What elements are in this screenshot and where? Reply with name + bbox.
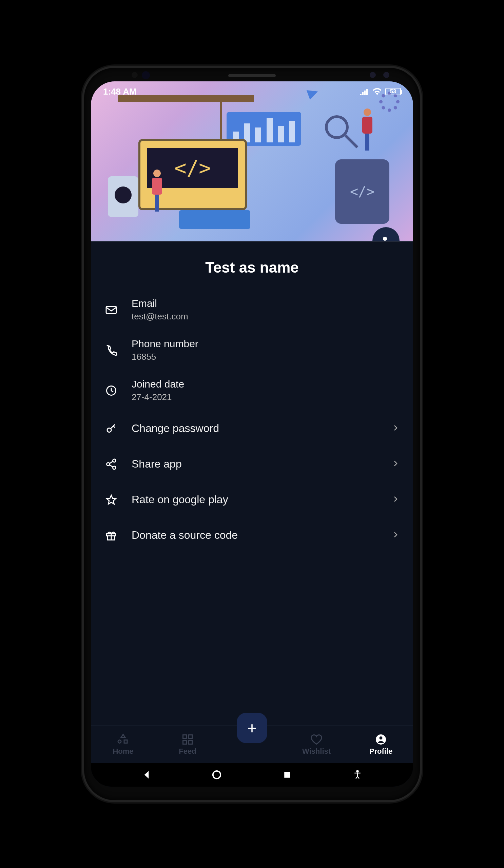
share-app-row[interactable]: Share app: [101, 446, 403, 482]
status-time: 1:48 AM: [103, 86, 137, 97]
email-label: Email: [132, 298, 400, 309]
shapes-icon: [117, 733, 129, 746]
chevron-right-icon: [391, 424, 400, 433]
rate-label: Rate on google play: [132, 493, 378, 506]
svg-point-14: [213, 771, 221, 779]
svg-point-4: [113, 459, 116, 462]
phone-icon: [104, 344, 118, 356]
nav-feed-label: Feed: [179, 747, 196, 756]
joined-row: Joined date 27-4-2021: [101, 370, 403, 411]
nav-home[interactable]: Home: [91, 733, 155, 756]
add-button[interactable]: +: [237, 713, 267, 743]
nav-wishlist-label: Wishlist: [302, 747, 331, 756]
star-icon: [104, 494, 118, 506]
mail-icon: [104, 304, 118, 316]
profile-header-illustration: </> </>: [91, 81, 413, 241]
svg-point-5: [113, 466, 116, 469]
joined-value: 27-4-2021: [132, 392, 400, 402]
screen: 1:48 AM 53 </> </>: [91, 81, 413, 787]
phone-device-frame: 1:48 AM 53 </> </>: [84, 68, 420, 800]
recents-icon[interactable]: [282, 770, 292, 780]
sensor-dot: [142, 71, 150, 79]
chevron-right-icon: [391, 531, 400, 540]
profile-name: Test as name: [101, 259, 403, 276]
nav-profile-label: Profile: [369, 747, 392, 756]
share-app-label: Share app: [132, 458, 378, 470]
joined-label: Joined date: [132, 379, 400, 390]
status-bar: 1:48 AM 53: [91, 81, 413, 102]
signal-icon: [360, 88, 369, 95]
svg-point-13: [380, 736, 383, 740]
svg-point-16: [357, 771, 359, 772]
share-icon: [104, 458, 118, 470]
svg-rect-0: [106, 306, 116, 313]
phone-value: 16855: [132, 352, 400, 362]
chevron-right-icon: [391, 495, 400, 505]
key-icon: [104, 423, 118, 435]
svg-rect-9: [188, 735, 192, 739]
home-circle-icon[interactable]: [212, 770, 222, 780]
email-row: Email test@test.com: [101, 290, 403, 330]
nav-wishlist[interactable]: Wishlist: [284, 733, 349, 756]
grid-icon: [182, 733, 194, 746]
change-password-row[interactable]: Change password: [101, 411, 403, 446]
donate-label: Donate a source code: [132, 529, 378, 541]
person-edit-icon: [380, 235, 392, 241]
battery-icon: 53: [385, 88, 401, 95]
email-value: test@test.com: [132, 311, 400, 322]
edit-profile-button[interactable]: [372, 227, 400, 241]
profile-content: Test as name Email test@test.com Phone n…: [91, 242, 413, 726]
svg-rect-15: [284, 772, 290, 778]
svg-point-2: [107, 428, 111, 432]
chevron-right-icon: [391, 459, 400, 469]
wifi-icon: [372, 88, 382, 95]
status-right: 53: [360, 88, 401, 95]
phone-label: Phone number: [132, 338, 400, 350]
svg-rect-11: [188, 741, 192, 744]
donate-row[interactable]: Donate a source code: [101, 517, 403, 553]
gift-icon: [104, 529, 118, 541]
back-icon[interactable]: [142, 770, 152, 780]
nav-profile[interactable]: Profile: [349, 733, 413, 756]
plus-icon: +: [247, 719, 257, 737]
bottom-nav: Home Feed + Wishlist Profile: [91, 726, 413, 763]
nav-home-label: Home: [113, 747, 133, 756]
svg-rect-8: [183, 735, 187, 739]
heart-icon: [310, 733, 322, 746]
person-circle-icon: [375, 733, 387, 746]
rate-row[interactable]: Rate on google play: [101, 482, 403, 517]
sensor-dot: [132, 72, 138, 78]
phone-row: Phone number 16855: [101, 330, 403, 370]
svg-rect-10: [183, 741, 187, 744]
speaker-notch: [228, 74, 276, 77]
accessibility-icon[interactable]: [352, 770, 362, 780]
change-password-label: Change password: [132, 422, 378, 435]
nav-feed[interactable]: Feed: [155, 733, 220, 756]
camera-dot: [383, 72, 389, 78]
camera-dot: [370, 72, 376, 78]
svg-point-3: [107, 463, 110, 466]
android-system-nav: [91, 763, 413, 787]
clock-icon: [104, 384, 118, 397]
